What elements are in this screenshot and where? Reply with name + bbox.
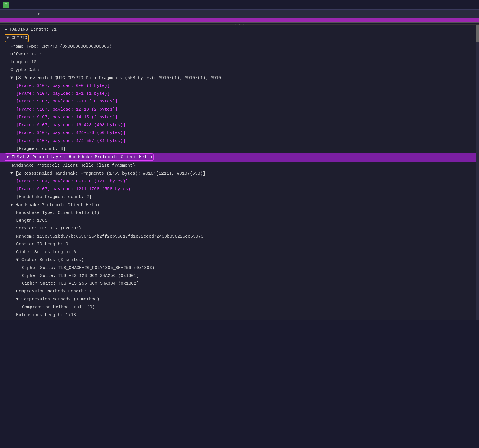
detail-row-tlsv13-record[interactable]: ▼ TLSv1.3 Record Layer: Handshake Protoc… bbox=[0, 153, 479, 162]
header-server-name[interactable] bbox=[228, 11, 309, 17]
detail-row-reassembled[interactable]: ▼ [8 Reassembled QUIC CRYPTO Data Fragme… bbox=[0, 74, 479, 82]
filter-bar: □ bbox=[0, 0, 479, 10]
detail-row-frame-type[interactable]: Frame Type: CRYPTO (0x0000000000000006) bbox=[0, 43, 479, 51]
detail-row-frame-9107-2[interactable]: [Frame: 9107, payload: 1211-1768 (558 by… bbox=[0, 185, 479, 193]
outlined-label-tlsv13-record: ▼ TLSv1.3 Record Layer: Handshake Protoc… bbox=[5, 153, 154, 161]
detail-row-extensions-length[interactable]: Extensions Length: 1718 bbox=[0, 311, 479, 319]
detail-row-compression-null[interactable]: Compression Method: null (0) bbox=[0, 303, 479, 311]
scroll-thumb[interactable] bbox=[476, 25, 479, 42]
detail-row-frame-14-15[interactable]: [Frame: 9107, payload: 14-15 (2 bytes)] bbox=[0, 113, 479, 121]
header-destination[interactable] bbox=[156, 11, 228, 17]
packet-source bbox=[92, 20, 156, 21]
filter-icon: □ bbox=[3, 2, 9, 8]
detail-row-compression-methods-length[interactable]: Compression Methods Length: 1 bbox=[0, 288, 479, 295]
detail-row-frame-16-423[interactable]: [Frame: 9107, payload: 16-423 (408 bytes… bbox=[0, 121, 479, 129]
packet-no bbox=[0, 20, 35, 21]
detail-row-length[interactable]: Length: 10 bbox=[0, 58, 479, 66]
header-source[interactable] bbox=[92, 11, 156, 17]
detail-row-compression-methods[interactable]: ▼ Compression Methods (1 method) bbox=[0, 296, 479, 303]
header-no[interactable] bbox=[0, 11, 35, 17]
detail-row-session-id-length[interactable]: Session ID Length: 0 bbox=[0, 240, 479, 248]
detail-row-random[interactable]: Random: 113c7951bd577bc65304254b2ff2cb95… bbox=[0, 233, 479, 240]
detail-pane: ▶ PADDING Length: 71▼ CRYPTOFrame Type: … bbox=[0, 25, 479, 320]
detail-row-frame-2-11[interactable]: [Frame: 9107, payload: 2-11 (10 bytes)] bbox=[0, 98, 479, 105]
packet-proto bbox=[309, 20, 315, 21]
detail-row-cipher-2[interactable]: Cipher Suite: TLS_AES_128_GCM_SHA256 (0x… bbox=[0, 272, 479, 280]
detail-row-frame-474-557[interactable]: [Frame: 9107, payload: 474-557 (84 bytes… bbox=[0, 137, 479, 145]
detail-row-reassembled2[interactable]: ▼ [2 Reassembled Handshake Fragments (17… bbox=[0, 170, 479, 178]
outlined-label-crypto: ▼ CRYPTO bbox=[5, 34, 29, 42]
detail-row-cipher-3[interactable]: Cipher Suite: TLS_AES_256_GCM_SHA384 (0x… bbox=[0, 280, 479, 288]
detail-row-handshake-fragment-count[interactable]: [Handshake Fragment count: 2] bbox=[0, 193, 479, 201]
header-time: ▼ bbox=[35, 11, 92, 17]
packet-destination bbox=[156, 20, 228, 21]
detail-row-frame-424-473[interactable]: [Frame: 9107, payload: 424-473 (50 bytes… bbox=[0, 129, 479, 137]
detail-row-frame-12-13[interactable]: [Frame: 9107, payload: 12-13 (2 bytes)] bbox=[0, 106, 479, 113]
detail-row-frame-1-1[interactable]: [Frame: 9107, payload: 1-1 (1 byte)] bbox=[0, 90, 479, 98]
pane-divider[interactable]: · · · · · bbox=[0, 22, 479, 25]
scrollbar[interactable] bbox=[476, 25, 479, 320]
header-proto bbox=[309, 11, 315, 17]
detail-row-crypto[interactable]: ▼ CRYPTO bbox=[0, 33, 479, 42]
packet-list-header: ▼ bbox=[0, 10, 479, 18]
packet-server-name bbox=[228, 20, 309, 21]
detail-row-cipher-suites-length[interactable]: Cipher Suites Length: 6 bbox=[0, 248, 479, 256]
detail-row-handshake-last[interactable]: Handshake Protocol: Client Hello (last f… bbox=[0, 162, 479, 169]
detail-row-cipher-suites[interactable]: ▼ Cipher Suites (3 suites) bbox=[0, 256, 479, 264]
detail-row-fragment-count[interactable]: [Fragment count: 8] bbox=[0, 145, 479, 153]
detail-row-frame-0-0[interactable]: [Frame: 9107, payload: 0-0 (1 byte)] bbox=[0, 82, 479, 90]
detail-row-offset[interactable]: Offset: 1213 bbox=[0, 51, 479, 58]
detail-row-handshake-type[interactable]: Handshake Type: Client Hello (1) bbox=[0, 209, 479, 217]
packet-time bbox=[35, 20, 92, 21]
detail-row-version[interactable]: Version: TLS 1.2 (0x0303) bbox=[0, 225, 479, 232]
detail-row-frame-9104[interactable]: [Frame: 9104, payload: 0-1210 (1211 byte… bbox=[0, 178, 479, 185]
detail-row-cipher-1[interactable]: Cipher Suite: TLS_CHACHA20_POLY1305_SHA2… bbox=[0, 264, 479, 272]
detail-row-hs-length[interactable]: Length: 1765 bbox=[0, 217, 479, 225]
detail-tree: ▶ PADDING Length: 71▼ CRYPTOFrame Type: … bbox=[0, 26, 479, 319]
detail-row-handshake-protocol[interactable]: ▼ Handshake Protocol: Client Hello bbox=[0, 201, 479, 209]
detail-row-padding[interactable]: ▶ PADDING Length: 71 bbox=[0, 26, 479, 33]
selected-packet-row[interactable] bbox=[0, 18, 479, 22]
detail-row-crypto-data[interactable]: Crypto Data bbox=[0, 66, 479, 74]
